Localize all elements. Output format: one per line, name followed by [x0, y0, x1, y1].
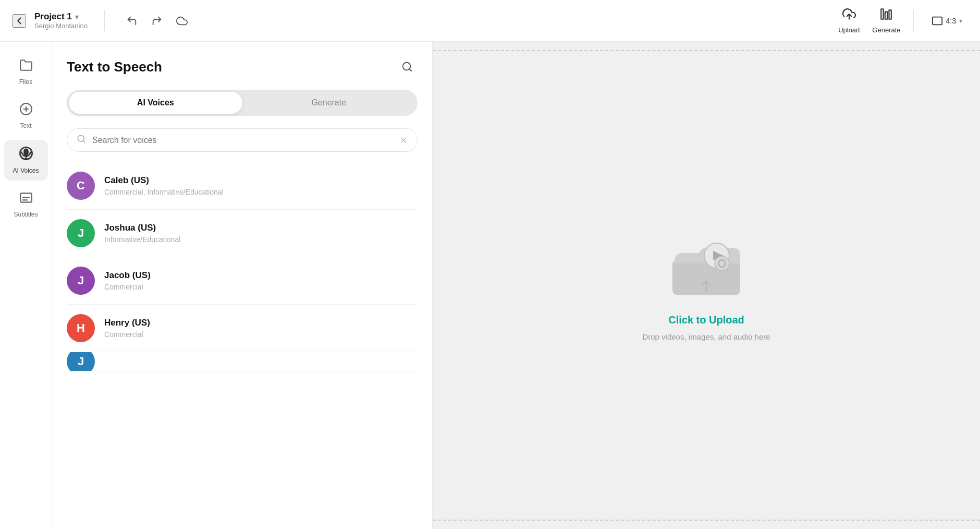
svg-rect-2 [885, 12, 887, 19]
ratio-label: 4:3 [946, 17, 956, 25]
voice-tags-joshua: Informative/Educational [104, 235, 180, 244]
voice-avatar-joshua: J [67, 219, 95, 247]
voice-tags-jacob: Commercial [104, 283, 151, 291]
generate-icon [879, 7, 893, 24]
upload-action[interactable]: Upload [838, 7, 860, 34]
upload-illustration [665, 230, 748, 308]
topbar-left: Project 1 ▾ Sergio Montanino [13, 10, 838, 31]
subtitles-icon [19, 191, 33, 208]
voice-list: C Caleb (US) Commercial, Informative/Edu… [67, 162, 418, 529]
voice-item-caleb[interactable]: C Caleb (US) Commercial, Informative/Edu… [67, 162, 418, 210]
back-button[interactable] [13, 14, 26, 28]
main-content: Files Text AI Voices [0, 42, 980, 529]
sidebar-item-subtitles[interactable]: Subtitles [4, 185, 48, 224]
voice-avatar-more: J [67, 352, 95, 371]
panel-header: Text to Speech [67, 56, 418, 77]
voice-item-henry[interactable]: H Henry (US) Commercial [67, 305, 418, 352]
voice-avatar-henry: H [67, 314, 95, 342]
voice-name-jacob: Jacob (US) [104, 270, 151, 281]
panel-title: Text to Speech [67, 59, 162, 75]
voice-info-henry: Henry (US) Commercial [104, 318, 150, 339]
svg-rect-1 [881, 9, 884, 19]
upload-label: Upload [838, 26, 860, 34]
voice-name-joshua: Joshua (US) [104, 223, 180, 233]
topbar-divider [104, 10, 105, 31]
folder-icon [19, 58, 33, 75]
chevron-down-icon: ▾ [75, 13, 79, 21]
svg-rect-9 [24, 149, 28, 155]
sidebar-text-label: Text [20, 122, 31, 129]
upload-link[interactable]: Click to Upload [668, 314, 744, 326]
sidebar-files-label: Files [19, 78, 32, 86]
voice-tags-henry: Commercial [104, 330, 150, 339]
sidebar: Files Text AI Voices [0, 42, 52, 529]
voice-info-jacob: Jacob (US) Commercial [104, 270, 151, 291]
svg-line-16 [409, 69, 411, 71]
svg-line-18 [83, 140, 84, 142]
text-icon [19, 102, 33, 119]
undo-button[interactable] [121, 10, 142, 31]
panel-search-button[interactable] [397, 56, 418, 77]
generate-label: Generate [872, 26, 900, 34]
svg-rect-4 [932, 17, 941, 25]
voice-info-joshua: Joshua (US) Informative/Educational [104, 223, 180, 244]
voice-item-jacob[interactable]: J Jacob (US) Commercial [67, 257, 418, 305]
upload-icon [842, 7, 856, 24]
sidebar-item-text[interactable]: Text [4, 96, 48, 136]
topbar-divider2 [913, 10, 914, 31]
ratio-chevron-icon: ▾ [959, 17, 962, 25]
project-info: Project 1 ▾ Sergio Montanino [34, 11, 88, 30]
project-title[interactable]: Project 1 ▾ [34, 11, 88, 22]
voice-item-more[interactable]: J [67, 352, 418, 371]
generate-action[interactable]: Generate [872, 7, 900, 34]
sidebar-ai-voices-label: AI Voices [13, 167, 39, 174]
project-author: Sergio Montanino [34, 22, 88, 30]
voice-item-joshua[interactable]: J Joshua (US) Informative/Educational [67, 210, 418, 257]
tab-generate[interactable]: Generate [242, 92, 416, 114]
svg-point-23 [715, 256, 729, 271]
voice-name-caleb: Caleb (US) [104, 175, 224, 186]
cloud-save-button[interactable] [172, 10, 192, 31]
sidebar-item-files[interactable]: Files [4, 52, 48, 92]
mic-icon [19, 146, 33, 164]
upload-subtitle: Drop videos, images, and audio here [642, 332, 770, 341]
svg-rect-3 [889, 10, 891, 19]
voice-info-caleb: Caleb (US) Commercial, Informative/Educa… [104, 175, 224, 196]
topbar-right: Upload Generate 4:3 ▾ [838, 7, 967, 34]
tab-ai-voices[interactable]: AI Voices [69, 92, 242, 114]
toolbar-actions [121, 10, 192, 31]
canvas-area[interactable]: Click to Upload Drop videos, images, and… [433, 42, 980, 529]
voice-tags-caleb: Commercial, Informative/Educational [104, 188, 224, 196]
upload-placeholder: Click to Upload Drop videos, images, and… [642, 230, 770, 341]
search-bar [67, 128, 418, 152]
redo-button[interactable] [146, 10, 167, 31]
tab-switcher: AI Voices Generate [67, 90, 418, 116]
sidebar-subtitles-label: Subtitles [14, 211, 38, 218]
voice-avatar-caleb: C [67, 172, 95, 200]
topbar: Project 1 ▾ Sergio Montanino Upload [0, 0, 980, 42]
search-input[interactable] [92, 136, 393, 145]
ratio-button[interactable]: 4:3 ▾ [926, 12, 967, 30]
search-clear-button[interactable] [399, 136, 408, 145]
voice-avatar-jacob: J [67, 267, 95, 295]
voice-name-henry: Henry (US) [104, 318, 150, 328]
search-icon [77, 134, 86, 146]
sidebar-item-ai-voices[interactable]: AI Voices [4, 140, 48, 181]
panel: Text to Speech AI Voices Generate C [52, 42, 433, 529]
